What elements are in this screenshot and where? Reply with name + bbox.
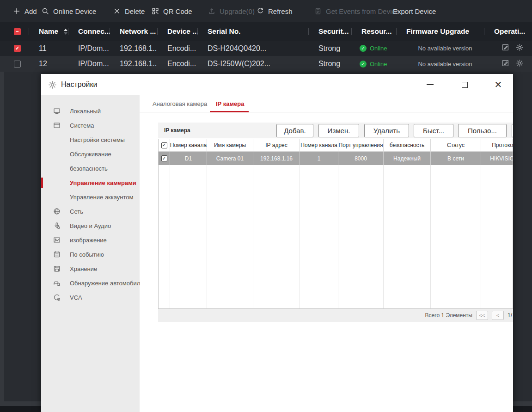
close-icon: ✕	[495, 80, 502, 89]
camera-table: ✓Номер каналаИмя камерыIP адресНомер кан…	[158, 139, 513, 309]
header-separator	[29, 28, 29, 35]
filler-cell	[300, 165, 338, 308]
device-header-1: Connec...	[68, 22, 110, 41]
device-cell-resource: ✓Online	[351, 45, 396, 52]
camera-header-checkbox-cell: ✓	[159, 139, 170, 151]
camera-cell-6: В сети	[431, 152, 481, 165]
add-camera-button[interactable]: Добав.	[276, 124, 313, 137]
minimize-button[interactable]	[419, 74, 440, 95]
toolbar-item-delete[interactable]: Delete	[113, 0, 145, 22]
device-cell-network: 192.168.1...	[110, 44, 157, 53]
sidebar-item-label: VCA	[70, 294, 82, 301]
camera-select-all-checkbox[interactable]: ✓	[161, 142, 167, 148]
sidebar-item-5[interactable]: Управление камерами	[41, 176, 140, 190]
camera-cell-0: D1	[170, 152, 207, 165]
search-icon	[42, 7, 49, 15]
toolbar-item-label: QR Code	[163, 7, 192, 15]
edit-icon[interactable]	[501, 59, 509, 69]
maximize-icon	[462, 82, 468, 88]
sidebar-item-7[interactable]: Сеть	[41, 204, 140, 219]
sidebar-item-12[interactable]: Обнаружение автомобиля	[41, 276, 140, 290]
sidebar-item-label: Обслуживание	[70, 151, 111, 158]
device-cell-serial: DS-H204Q0420...	[197, 44, 308, 53]
camera-header-1: Имя камеры	[207, 139, 253, 151]
maximize-button[interactable]	[454, 74, 475, 95]
header-separator	[308, 28, 309, 35]
device-row[interactable]: 12IP/Dom...192.168.1...Encodi...DS-I250W…	[0, 56, 532, 72]
close-button[interactable]: ✕	[488, 74, 509, 95]
device-header-7: Firmware Upgrade	[396, 22, 484, 41]
sidebar-item-3[interactable]: Обслуживание	[41, 147, 140, 161]
filler-cell	[431, 165, 481, 308]
toolbar-item-online-device[interactable]: Online Device	[42, 0, 96, 22]
device-header-label: Securit...	[318, 27, 349, 36]
active-tab-underline	[210, 111, 249, 112]
device-cell-firmware: No available version	[396, 45, 484, 52]
sidebar-item-10[interactable]: По событию	[41, 247, 140, 262]
edit-icon[interactable]	[501, 43, 509, 53]
sidebar-item-8[interactable]: Видео и Аудио	[41, 219, 140, 233]
sort-icon[interactable]	[64, 29, 67, 35]
sidebar-item-2[interactable]: Настройки системы	[41, 133, 140, 147]
device-header-label: Operati...	[494, 27, 525, 36]
online-status-label: Online	[370, 61, 387, 68]
select-all-checkbox[interactable]: −	[14, 28, 21, 35]
sidebar-item-label: изображение	[70, 237, 107, 244]
tab-analog-camera[interactable]: Аналоговая камера	[153, 95, 207, 112]
sidebar-item-1[interactable]: Система	[41, 118, 140, 133]
toolbar-item-add[interactable]: Add	[13, 0, 37, 22]
camera-table-filler	[159, 165, 513, 308]
device-row[interactable]: ✓11IP/Dom...192.168.1...Encodi...DS-H204…	[0, 41, 532, 56]
car-icon	[53, 279, 61, 288]
toolbar-item-upgrade: Upgrade(0)	[208, 0, 255, 22]
first-page-button[interactable]: <<	[476, 311, 488, 320]
tab-ip-camera[interactable]: IP камера	[216, 95, 244, 112]
device-header-0[interactable]: Name	[29, 22, 68, 41]
delete-camera-button[interactable]: Удалить	[364, 124, 409, 137]
qr-icon	[152, 7, 159, 15]
prev-page-button[interactable]: <	[492, 311, 504, 320]
sidebar-item-label: Видео и Аудио	[70, 222, 111, 229]
settings-gear-icon	[48, 80, 57, 89]
device-header-label: Serial No.	[208, 27, 241, 36]
device-row-checkbox-cell: ✓	[0, 45, 29, 52]
camera-cell-1: Camera 01	[207, 152, 253, 165]
modify-camera-button[interactable]: Измен.	[318, 124, 359, 137]
sidebar-item-label: По событию	[70, 251, 104, 258]
device-cell-connection: IP/Dom...	[68, 44, 110, 53]
gear-icon[interactable]	[516, 43, 524, 53]
settings-sidebar: ЛокальныйСистемаНастройки системыОбслужи…	[41, 95, 140, 412]
sidebar-item-9[interactable]: изображение	[41, 233, 140, 247]
toolbar-item-refresh[interactable]: Refresh	[257, 0, 293, 22]
toolbar-item-get-events: Get Events from Device	[314, 0, 399, 22]
clipped-button[interactable]	[512, 124, 513, 137]
device-row-checkbox[interactable]: ✓	[14, 45, 21, 52]
custom-protocol-button[interactable]: Пользо...	[458, 124, 507, 137]
window-icon	[53, 122, 61, 130]
device-cell-name: 11	[29, 44, 68, 53]
device-header-3: Device ...	[157, 22, 197, 41]
camera-row-checkbox-cell: ✓	[159, 152, 170, 165]
toolbar-item-qr-code[interactable]: QR Code	[152, 0, 192, 22]
device-header-label: Network ...	[120, 27, 156, 36]
camera-header-3: Номер канала	[300, 139, 338, 151]
device-header-label: Connec...	[78, 27, 110, 36]
camera-row[interactable]: ✓D1Camera 01192.168.1.1618000НадежныйВ с…	[159, 152, 513, 165]
sidebar-item-13[interactable]: VCA	[41, 290, 140, 305]
gear-icon[interactable]	[516, 59, 524, 69]
sidebar-item-4[interactable]: безопасность	[41, 161, 140, 176]
device-table-header: −NameConnec...Network ...Device ...Seria…	[0, 22, 532, 41]
sidebar-item-label: Система	[70, 122, 94, 129]
device-cell-network: 192.168.1...	[110, 60, 157, 68]
sidebar-item-11[interactable]: Хранение	[41, 262, 140, 276]
device-cell-resource: ✓Online	[351, 61, 396, 68]
camera-row-checkbox[interactable]: ✓	[161, 155, 167, 161]
sidebar-item-0[interactable]: Локальный	[41, 104, 140, 118]
toolbar-item-export-device[interactable]: Export Device	[393, 0, 436, 22]
sidebar-item-6[interactable]: Управление аккаунтом	[41, 190, 140, 204]
sidebar-item-label: Управление камерами	[70, 179, 136, 186]
header-separator	[484, 28, 484, 35]
quick-add-button[interactable]: Быст...	[414, 124, 453, 137]
filler-cell	[159, 165, 170, 308]
device-row-checkbox[interactable]	[14, 61, 21, 68]
